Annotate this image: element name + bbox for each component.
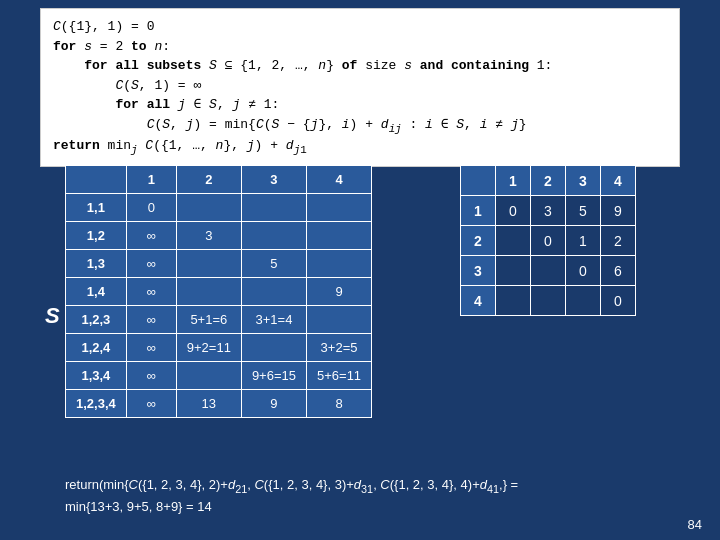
bottom-text-line2: min{13+3, 9+5, 8+9} = 14 (65, 497, 518, 517)
right-table-corner (461, 166, 496, 196)
table-cell: ∞ (126, 306, 176, 334)
table-cell: 3 (176, 222, 241, 250)
row-label: 1,2 (66, 222, 127, 250)
code-block: C({1}, 1) = 0 for s = 2 to n: for all su… (40, 8, 680, 167)
table-row: 1,3 ∞ 5 (66, 250, 372, 278)
left-table-col-1: 1 (126, 166, 176, 194)
table-cell: 5 (241, 250, 306, 278)
left-table: 1 2 3 4 1,1 0 1,2 ∞ 3 1,3 ∞ 5 1,4 (65, 165, 372, 418)
right-table-cell: 0 (531, 226, 566, 256)
code-line-4: C(S, 1) = ∞ (53, 76, 667, 96)
right-col-1: 1 (496, 166, 531, 196)
row-label: 1,2,3 (66, 306, 127, 334)
table-cell (306, 222, 371, 250)
right-table-row: 2 0 1 2 (461, 226, 636, 256)
table-cell (241, 222, 306, 250)
row-label: 1,3,4 (66, 362, 127, 390)
table-cell: 3+1=4 (241, 306, 306, 334)
right-col-4: 4 (601, 166, 636, 196)
right-table-cell (496, 226, 531, 256)
bottom-text: return(min{C({1, 2, 3, 4}, 2)+d21, C({1,… (65, 475, 518, 516)
table-row: 1,4 ∞ 9 (66, 278, 372, 306)
left-table-corner (66, 166, 127, 194)
right-table-cell (531, 256, 566, 286)
code-line-3: for all subsets S ⊆ {1, 2, …, n} of size… (53, 56, 667, 76)
s-label: S (45, 303, 60, 329)
right-table-cell (566, 286, 601, 316)
right-table-cell: 2 (601, 226, 636, 256)
table-cell (306, 250, 371, 278)
table-cell: 8 (306, 390, 371, 418)
right-table-cell: 5 (566, 196, 601, 226)
right-table-row: 1 0 3 5 9 (461, 196, 636, 226)
right-col-3: 3 (566, 166, 601, 196)
code-line-6: C(S, j) = min{C(S − {j}, i) + dij : i ∈ … (53, 115, 667, 137)
right-row-label: 4 (461, 286, 496, 316)
table-cell: 9+2=11 (176, 334, 241, 362)
right-table-cell: 0 (496, 196, 531, 226)
table-cell: ∞ (126, 390, 176, 418)
code-line-7: return minj C({1, …, n}, j) + dj1 (53, 136, 667, 158)
table-cell (306, 194, 371, 222)
right-table-cell: 0 (601, 286, 636, 316)
right-col-2: 2 (531, 166, 566, 196)
right-table-row: 3 0 6 (461, 256, 636, 286)
table-cell (176, 362, 241, 390)
right-row-label: 1 (461, 196, 496, 226)
right-table-cell: 6 (601, 256, 636, 286)
table-row: 1,1 0 (66, 194, 372, 222)
table-cell: ∞ (126, 362, 176, 390)
table-cell: ∞ (126, 334, 176, 362)
right-table-cell (496, 256, 531, 286)
table-cell (241, 278, 306, 306)
table-cell: 5+6=11 (306, 362, 371, 390)
table-cell: 13 (176, 390, 241, 418)
right-table-header-row: 1 2 3 4 (461, 166, 636, 196)
table-row: 1,2,4 ∞ 9+2=11 3+2=5 (66, 334, 372, 362)
page-number: 84 (688, 517, 702, 532)
table-cell: 9 (241, 390, 306, 418)
right-table-row: 4 0 (461, 286, 636, 316)
table-cell: 0 (126, 194, 176, 222)
code-line-1: C({1}, 1) = 0 (53, 17, 667, 37)
table-row: 1,2,3,4 ∞ 13 9 8 (66, 390, 372, 418)
right-row-label: 2 (461, 226, 496, 256)
right-table-cell: 9 (601, 196, 636, 226)
left-table-col-4: 4 (306, 166, 371, 194)
table-row: 1,3,4 ∞ 9+6=15 5+6=11 (66, 362, 372, 390)
right-table-cell: 1 (566, 226, 601, 256)
right-table-cell: 3 (531, 196, 566, 226)
table-cell (241, 194, 306, 222)
right-table-cell (531, 286, 566, 316)
left-table-col-3: 3 (241, 166, 306, 194)
right-row-label: 3 (461, 256, 496, 286)
table-cell (176, 250, 241, 278)
row-label: 1,3 (66, 250, 127, 278)
row-label: 1,2,4 (66, 334, 127, 362)
table-cell: 9+6=15 (241, 362, 306, 390)
row-label: 1,1 (66, 194, 127, 222)
right-table-cell: 0 (566, 256, 601, 286)
code-line-2: for s = 2 to n: (53, 37, 667, 57)
code-line-5: for all j ∈ S, j ≠ 1: (53, 95, 667, 115)
right-table-cell (496, 286, 531, 316)
bottom-text-line1: return(min{C({1, 2, 3, 4}, 2)+d21, C({1,… (65, 475, 518, 497)
table-cell: 5+1=6 (176, 306, 241, 334)
table-cell: 3+2=5 (306, 334, 371, 362)
table-cell (176, 194, 241, 222)
table-cell: ∞ (126, 278, 176, 306)
row-label: 1,2,3,4 (66, 390, 127, 418)
table-row: 1,2 ∞ 3 (66, 222, 372, 250)
left-table-col-2: 2 (176, 166, 241, 194)
table-cell (176, 278, 241, 306)
table-cell: ∞ (126, 222, 176, 250)
left-table-header-row: 1 2 3 4 (66, 166, 372, 194)
table-cell (306, 306, 371, 334)
table-cell: ∞ (126, 250, 176, 278)
right-table: 1 2 3 4 1 0 3 5 9 2 0 1 2 3 0 6 4 (460, 165, 636, 316)
table-cell (241, 334, 306, 362)
row-label: 1,4 (66, 278, 127, 306)
table-cell: 9 (306, 278, 371, 306)
table-row: 1,2,3 ∞ 5+1=6 3+1=4 (66, 306, 372, 334)
